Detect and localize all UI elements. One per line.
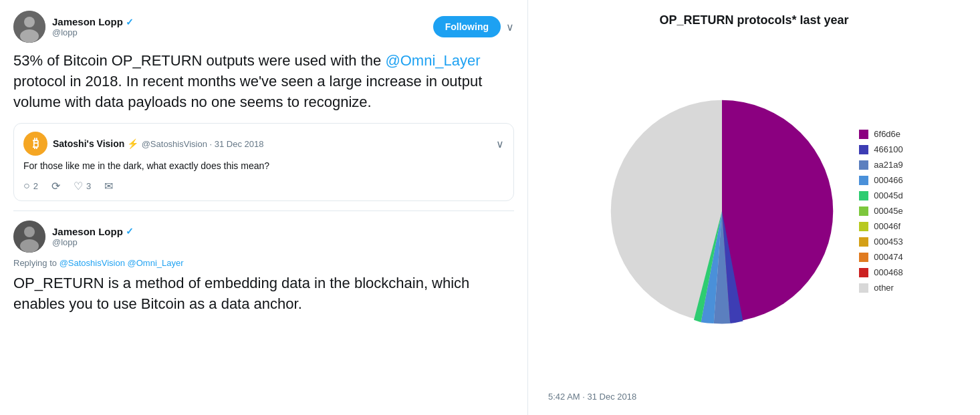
pie-svg (605, 94, 839, 328)
legend-label-000468: 000468 (874, 267, 902, 277)
quoted-tweet-header: ₿ Satoshi's Vision ⚡ @SatoshisVision · 3… (23, 132, 504, 156)
mail-icon: ✉ (104, 180, 113, 192)
chart-area: 6f6d6e 466100 aa21a9 000466 00045d 00045… (548, 41, 960, 381)
legend-item-00045e: 00045e (859, 206, 902, 216)
follow-section: Following ∨ (433, 16, 514, 37)
second-avatar-image (13, 221, 45, 253)
quoted-author-handle: @SatoshisVision · (142, 139, 215, 149)
second-tweet-text: OP_RETURN is a method of embedding data … (13, 273, 514, 315)
legend-label-00045d: 00045d (874, 190, 902, 200)
legend-item-000466: 000466 (859, 175, 902, 185)
legend-color-00045d (859, 191, 868, 200)
legend-label-aa21a9: aa21a9 (874, 160, 902, 170)
author-name-text: Jameson Lopp (52, 16, 123, 27)
tweet-author: Jameson Lopp ✓ @lopp (13, 11, 134, 43)
right-panel: OP_RETURN protocols* last year (528, 0, 980, 415)
second-author-name-text: Jameson Lopp (52, 226, 123, 237)
svg-point-5 (20, 239, 39, 253)
chevron-down-icon[interactable]: ∨ (506, 21, 514, 33)
chart-title: OP_RETURN protocols* last year (548, 13, 960, 27)
legend-label-00045e: 00045e (874, 206, 902, 216)
quoted-tweet-actions: ○ 2 ⟳ ♡ 3 ✉ (23, 180, 504, 192)
legend-color-other (859, 283, 868, 293)
main-tweet-text: 53% of Bitcoin OP_RETURN outputs were us… (13, 51, 514, 112)
legend-item-aa21a9: aa21a9 (859, 160, 902, 170)
second-tweet: Jameson Lopp ✓ @lopp Replying to @Satosh… (13, 221, 514, 315)
omni-layer-mention[interactable]: @Omni_Layer (385, 52, 480, 69)
legend-item-6f6d6e: 6f6d6e (859, 129, 902, 139)
legend-label-other: other (874, 283, 894, 293)
second-tweet-author-info: Jameson Lopp ✓ @lopp (52, 226, 134, 247)
avatar-image (13, 11, 45, 43)
mail-button[interactable]: ✉ (104, 180, 113, 192)
bitcoin-avatar: ₿ (23, 132, 47, 156)
legend-color-00046f (859, 222, 868, 231)
tweet-header: Jameson Lopp ✓ @lopp Following ∨ (13, 11, 514, 43)
author-handle: @lopp (52, 27, 134, 37)
quoted-tweet: ₿ Satoshi's Vision ⚡ @SatoshisVision · 3… (13, 123, 514, 201)
like-icon: ♡ (74, 180, 83, 192)
reply-to-omni[interactable]: @Omni_Layer (128, 258, 184, 268)
chart-timestamp: 5:42 AM · 31 Dec 2018 (548, 392, 960, 402)
tweet-divider (13, 211, 514, 211)
legend-label-000453: 000453 (874, 237, 902, 247)
main-slice (722, 100, 833, 322)
quoted-tweet-text: For those like me in the dark, what exac… (23, 160, 504, 173)
author-name: Jameson Lopp ✓ (52, 16, 134, 27)
reply-icon: ○ (23, 180, 30, 192)
legend-item-other: other (859, 283, 902, 293)
svg-point-1 (24, 17, 35, 27)
legend-color-466100 (859, 145, 868, 154)
second-tweet-author-name: Jameson Lopp ✓ (52, 226, 134, 237)
retweet-icon: ⟳ (51, 180, 60, 192)
follow-label: Following (445, 21, 489, 32)
svg-point-2 (20, 29, 39, 43)
quoted-author-info: Satoshi's Vision ⚡ @SatoshisVision · 31 … (53, 138, 263, 150)
legend-label-000466: 000466 (874, 175, 902, 185)
second-tweet-avatar (13, 221, 45, 253)
legend-color-000466 (859, 176, 868, 185)
legend-label-00046f: 00046f (874, 221, 900, 231)
retweet-button[interactable]: ⟳ (51, 180, 60, 192)
pie-chart (605, 94, 839, 328)
verified-badge: ✓ (126, 17, 134, 27)
second-tweet-header: Jameson Lopp ✓ @lopp (13, 221, 514, 253)
legend-color-6f6d6e (859, 130, 868, 139)
legend-color-00045e (859, 206, 868, 216)
quoted-tweet-author: ₿ Satoshi's Vision ⚡ @SatoshisVision · 3… (23, 132, 263, 156)
like-count: 3 (86, 181, 91, 191)
chart-legend: 6f6d6e 466100 aa21a9 000466 00045d 00045… (859, 129, 902, 293)
follow-button[interactable]: Following (433, 16, 501, 37)
legend-item-000453: 000453 (859, 237, 902, 247)
legend-color-000453 (859, 237, 868, 247)
reply-count: 2 (33, 181, 38, 191)
legend-item-466100: 466100 (859, 144, 902, 154)
quoted-tweet-date: 31 Dec 2018 (215, 139, 264, 149)
reply-label: Replying to @SatoshisVision @Omni_Layer (13, 258, 514, 268)
author-info: Jameson Lopp ✓ @lopp (52, 16, 134, 37)
legend-item-000468: 000468 (859, 267, 902, 277)
quoted-author-name: Satoshi's Vision ⚡ (53, 138, 138, 149)
legend-color-000474 (859, 253, 868, 262)
legend-label-466100: 466100 (874, 144, 902, 154)
legend-color-000468 (859, 268, 868, 277)
legend-label-000474: 000474 (874, 252, 902, 262)
legend-item-000474: 000474 (859, 252, 902, 262)
avatar (13, 11, 45, 43)
reply-button[interactable]: ○ 2 (23, 180, 38, 192)
legend-item-00046f: 00046f (859, 221, 902, 231)
second-tweet-handle: @lopp (52, 237, 134, 247)
svg-point-4 (24, 227, 35, 237)
reply-to-satoshi[interactable]: @SatoshisVision (59, 258, 125, 268)
legend-color-aa21a9 (859, 160, 868, 170)
like-button[interactable]: ♡ 3 (74, 180, 91, 192)
quoted-chevron-icon[interactable]: ∨ (496, 138, 504, 150)
legend-label-6f6d6e: 6f6d6e (874, 129, 900, 139)
legend-item-00045d: 00045d (859, 190, 902, 200)
second-verified-badge: ✓ (126, 226, 134, 237)
left-panel: Jameson Lopp ✓ @lopp Following ∨ 53% of … (0, 0, 528, 415)
